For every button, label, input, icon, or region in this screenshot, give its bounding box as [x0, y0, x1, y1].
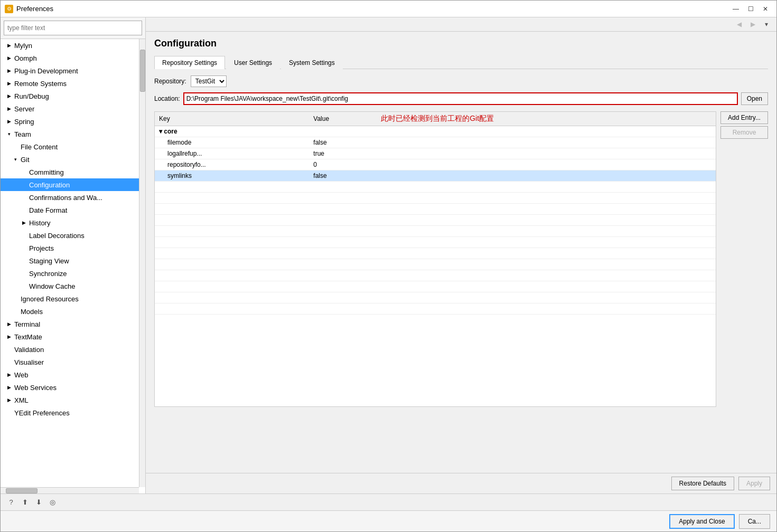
tree-item-confirmations[interactable]: Confirmations and Wa...: [1, 191, 139, 204]
tree-item-label: Projects: [29, 244, 139, 252]
cancel-button[interactable]: Ca...: [739, 514, 770, 529]
filter-input[interactable]: [4, 21, 142, 35]
tree-item-ignored-resources[interactable]: Ignored Resources: [1, 292, 139, 305]
tab-system-settings[interactable]: System Settings: [281, 56, 343, 69]
open-button[interactable]: Open: [741, 92, 768, 105]
export-icon[interactable]: ⬆: [20, 497, 30, 508]
tree-item-label: Spring: [14, 118, 139, 126]
settings-icon[interactable]: ◎: [47, 497, 58, 508]
right-content-area: Configuration Repository Settings User S…: [146, 32, 776, 473]
tree-item-remote-systems[interactable]: ▶ Remote Systems: [1, 77, 139, 90]
tree-item-staging-view[interactable]: Staging View: [1, 254, 139, 267]
tree-item-label: Visualiser: [14, 358, 139, 366]
remove-button[interactable]: Remove: [720, 126, 768, 139]
status-bar: ? ⬆ ⬇ ◎: [1, 493, 776, 510]
tree-item-label: File Content: [21, 143, 139, 151]
expand-icon: [11, 294, 20, 303]
tree-item-label-decorations[interactable]: Label Decorations: [1, 229, 139, 242]
back-button[interactable]: ◀: [733, 18, 745, 30]
tree-item-validation[interactable]: Validation: [1, 343, 139, 356]
tree-item-label: TextMate: [14, 333, 139, 341]
tree-item-configuration[interactable]: Configuration: [1, 178, 139, 191]
apply-button[interactable]: Apply: [738, 477, 770, 490]
table-cell-key: [155, 215, 309, 226]
tree-item-spring[interactable]: ▶ Spring: [1, 115, 139, 128]
repository-select[interactable]: TestGit: [191, 75, 227, 87]
tree-item-git[interactable]: ▾ Git: [1, 153, 139, 166]
tree-item-web-services[interactable]: ▶ Web Services: [1, 381, 139, 394]
table-row[interactable]: ▾ core: [155, 126, 716, 137]
tree-item-terminal[interactable]: ▶ Terminal: [1, 318, 139, 330]
tree-item-run-debug[interactable]: ▶ Run/Debug: [1, 90, 139, 102]
tree-item-projects[interactable]: Projects: [1, 242, 139, 254]
tree-item-plugin-dev[interactable]: ▶ Plug-in Development: [1, 64, 139, 77]
expand-icon: ▾: [11, 155, 20, 164]
repository-label: Repository:: [154, 78, 186, 85]
table-cell-extra: [377, 170, 716, 182]
tree-item-committing[interactable]: Committing: [1, 166, 139, 178]
tree-item-xml[interactable]: ▶ XML: [1, 394, 139, 406]
table-row: [155, 281, 716, 292]
tree-item-mylyn[interactable]: ▶ Mylyn: [1, 39, 139, 52]
tree-item-oomph[interactable]: ▶ Oomph: [1, 52, 139, 64]
horizontal-scrollbar[interactable]: [1, 487, 139, 493]
tree-item-models[interactable]: Models: [1, 305, 139, 318]
location-input[interactable]: [183, 92, 738, 105]
nav-dropdown-button[interactable]: ▾: [761, 18, 772, 30]
table-row[interactable]: filemode false: [155, 137, 716, 148]
table-cell-value: [309, 226, 377, 237]
settings-tabs: Repository Settings User Settings System…: [154, 55, 768, 69]
tree-item-window-cache[interactable]: Window Cache: [1, 280, 139, 292]
tab-repository-settings[interactable]: Repository Settings: [154, 56, 225, 69]
scrollbar-thumb-h[interactable]: [6, 488, 38, 493]
tree-item-file-content[interactable]: File Content: [1, 140, 139, 153]
table-cell-extra: [377, 292, 716, 303]
tree-item-history[interactable]: ▶ History: [1, 216, 139, 229]
apply-and-close-button[interactable]: Apply and Close: [669, 514, 734, 529]
tree-item-label: Git: [21, 156, 139, 164]
close-button[interactable]: ✕: [759, 3, 772, 15]
table-cell-extra: [377, 159, 716, 170]
expand-icon: ▾: [5, 130, 13, 138]
table-cell-extra: [377, 303, 716, 315]
table-cell-extra: [377, 204, 716, 215]
table-row[interactable]: logallrefup... true: [155, 148, 716, 159]
vertical-scrollbar[interactable]: [139, 39, 145, 487]
table-row: [155, 259, 716, 270]
scrollbar-thumb[interactable]: [140, 50, 145, 92]
table-cell-key: symlinks: [155, 170, 309, 182]
table-row[interactable]: symlinks false: [155, 170, 716, 182]
tree-item-server[interactable]: ▶ Server: [1, 102, 139, 115]
table-cell-key: [155, 193, 309, 204]
restore-defaults-button[interactable]: Restore Defaults: [671, 477, 734, 490]
expand-icon: ▶: [5, 66, 13, 75]
table-row: [155, 292, 716, 303]
table-cell-value: [309, 259, 377, 270]
tree-item-date-format[interactable]: Date Format: [1, 204, 139, 216]
tree-item-label: YEdit Preferences: [14, 409, 139, 417]
help-icon[interactable]: ?: [6, 497, 16, 508]
tree-item-synchronize[interactable]: Synchronize: [1, 267, 139, 280]
table-action-buttons: Add Entry... Remove: [720, 111, 768, 139]
table-cell-extra: [377, 137, 716, 148]
tree-item-label: Synchronize: [29, 270, 139, 278]
annotation-text: 此时已经检测到当前工程的Git配置: [381, 114, 494, 122]
import-icon[interactable]: ⬇: [33, 497, 44, 508]
right-nav-bar: ◀ ▶ ▾: [146, 17, 776, 32]
table-row[interactable]: repositoryfo... 0: [155, 159, 716, 170]
tree-item-web[interactable]: ▶ Web: [1, 368, 139, 381]
tree-item-visualiser[interactable]: Visualiser: [1, 356, 139, 368]
tree-item-yedit[interactable]: YEdit Preferences: [1, 406, 139, 419]
add-entry-button[interactable]: Add Entry...: [720, 111, 768, 124]
maximize-button[interactable]: ☐: [744, 3, 757, 15]
tree-item-label: XML: [14, 396, 139, 404]
table-row: [155, 237, 716, 248]
minimize-button[interactable]: —: [729, 3, 743, 15]
table-row: [155, 204, 716, 215]
tab-user-settings[interactable]: User Settings: [226, 56, 280, 69]
expand-icon: [11, 307, 20, 316]
tree-item-textmate[interactable]: ▶ TextMate: [1, 330, 139, 343]
tree-item-team[interactable]: ▾ Team: [1, 128, 139, 140]
window-title: Preferences: [16, 5, 53, 13]
forward-button[interactable]: ▶: [747, 18, 759, 30]
